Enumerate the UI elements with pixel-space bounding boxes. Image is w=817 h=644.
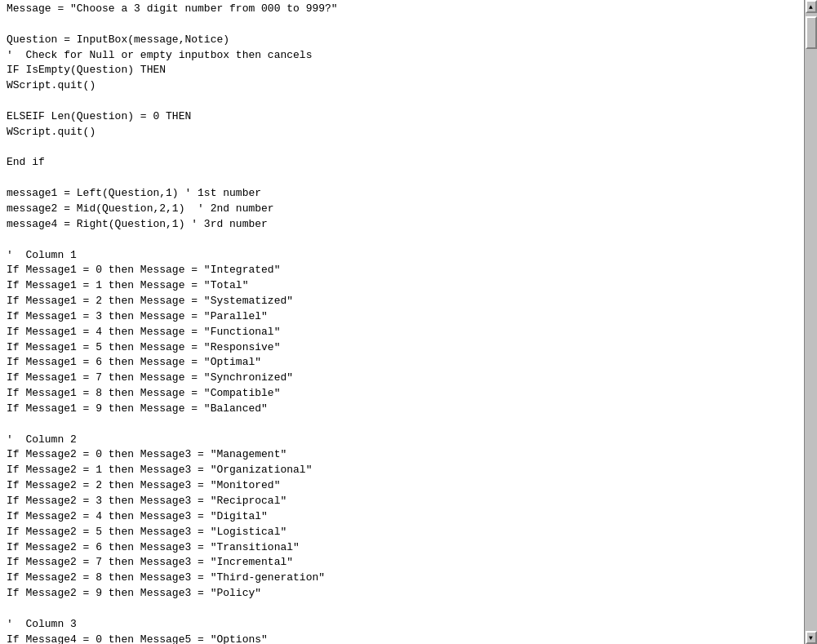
scroll-up-arrow[interactable]: ▲ [806,0,817,13]
scroll-thumb[interactable] [806,16,817,49]
code-editor: Message = "Choose a 3 digit number from … [0,0,804,644]
scroll-down-arrow[interactable]: ▼ [806,631,817,644]
vertical-scrollbar[interactable]: ▲ ▼ [804,0,817,644]
